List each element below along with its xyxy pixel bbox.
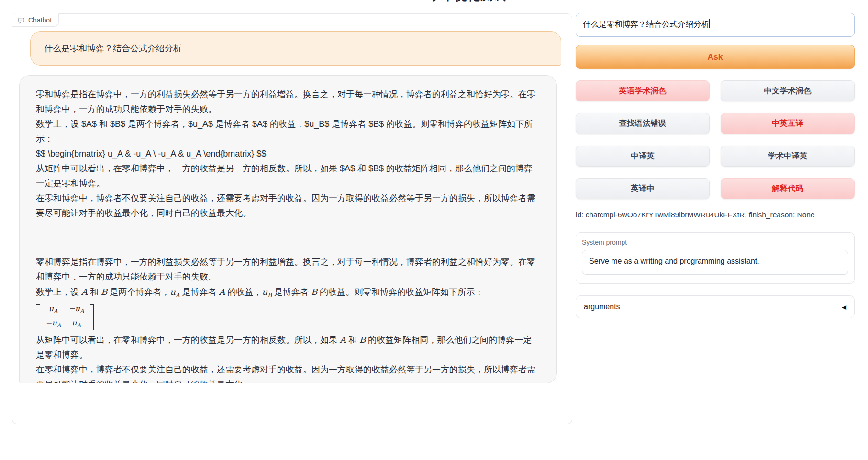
prompt-button[interactable]: 中译英 [576,146,710,167]
matrix-entries: uA −uA −uA uA [40,304,90,330]
chat-bubble-icon [18,17,25,24]
matrix-formula: uA −uA −uA uA [36,304,540,330]
prompt-button[interactable]: 英语学术润色 [576,80,710,101]
bot-message-raw-text: 零和博弈是指在博弈中，一方的利益损失必然等于另一方的利益增益。换言之，对于每一种… [36,87,540,221]
rendered-paragraph-3: 从矩阵中可以看出，在零和博弈中，一方的收益是另一方的相反数。所以，如果 A 和 … [36,332,540,362]
bot-message: 零和博弈是指在博弈中，一方的利益损失必然等于另一方的利益增益。换言之，对于每一种… [19,75,557,383]
arguments-accordion[interactable]: arguments ◀ [576,295,855,318]
controls-column: 什么是零和博弈？结合公式介绍分析 Ask 英语学术润色中文学术润色查找语法错误中… [576,13,855,318]
system-prompt-input[interactable]: Serve me as a writing and programming as… [582,250,848,275]
clipped-page-title: 学术优化测试 [429,0,534,3]
bot-message-gap [36,221,540,255]
rendered-paragraph-4: 在零和博弈中，博弈者不仅要关注自己的收益，还需要考虑对手的收益。因为一方取得的收… [36,362,540,383]
accordion-label: arguments [584,303,620,311]
matrix-cell: −uA [45,317,61,331]
user-message: 什么是零和博弈？结合公式介绍分析 [30,31,561,66]
prompt-button-grid: 英语学术润色中文学术润色查找语法错误中英互译中译英学术中译英英译中解释代码 [576,80,855,199]
matrix-right-bracket [90,304,94,330]
prompt-button[interactable]: 解释代码 [721,178,855,199]
chatbot-label: Chatbot [12,13,59,27]
matrix-cell: uA [45,303,61,317]
system-prompt-group: System prompt Serve me as a writing and … [576,232,855,284]
matrix-cell: −uA [68,303,84,317]
system-prompt-label: System prompt [582,238,848,246]
bot-message-rendered: 零和博弈是指在博弈中，一方的利益损失必然等于另一方的利益增益。换言之，对于每一种… [36,255,540,383]
chatbot-panel: Chatbot 什么是零和博弈？结合公式介绍分析 零和博弈是指在博弈中，一方的利… [12,13,572,424]
rendered-paragraph-1: 零和博弈是指在博弈中，一方的利益损失必然等于另一方的利益增益。换言之，对于每一种… [36,255,540,284]
query-input-text: 什么是零和博弈？结合公式介绍分析 [583,20,709,28]
api-status-text: id: chatcmpl-6wOo7KrYTwMl89lbrMWRu4UkFFX… [576,211,855,219]
ask-button[interactable]: Ask [576,45,855,69]
rendered-paragraph-2: 数学上，设 A 和 B 是两个博弈者，uA 是博弈者 A 的收益，uB 是博弈者… [36,284,540,303]
prompt-button[interactable]: 英译中 [576,178,710,199]
prompt-button[interactable]: 中英互译 [721,113,855,134]
text-cursor [709,19,710,28]
matrix-left-bracket [36,304,40,330]
prompt-button[interactable]: 查找语法错误 [576,113,710,134]
chatbot-label-text: Chatbot [28,16,52,24]
prompt-button[interactable]: 中文学术润色 [721,80,855,101]
user-message-text: 什么是零和博弈？结合公式介绍分析 [44,41,182,56]
prompt-button[interactable]: 学术中译英 [721,146,855,167]
matrix-cell: uA [68,317,84,331]
query-input[interactable]: 什么是零和博弈？结合公式介绍分析 [576,13,855,37]
collapse-arrow-icon: ◀ [842,303,846,311]
